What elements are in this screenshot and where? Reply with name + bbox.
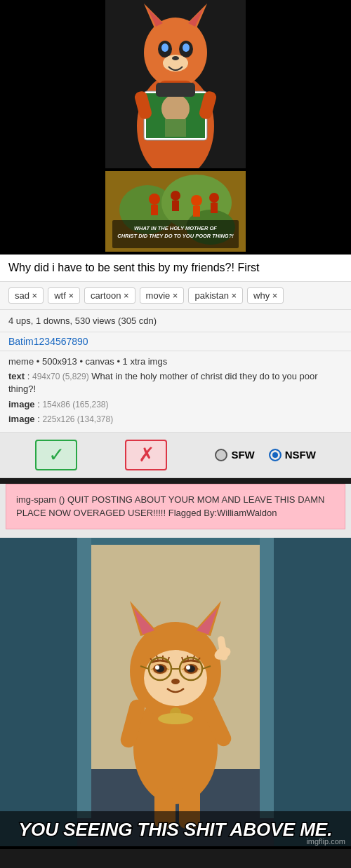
username-row: Batim1234567890 — [0, 332, 351, 351]
svg-rect-44 — [274, 538, 351, 846]
sfw-option[interactable]: SFW — [215, 449, 254, 461]
svg-rect-41 — [77, 538, 91, 818]
svg-rect-29 — [172, 201, 179, 211]
svg-point-26 — [149, 194, 160, 205]
svg-point-58 — [155, 665, 159, 670]
approve-button[interactable]: ✓ — [35, 440, 77, 470]
sfw-radio[interactable] — [215, 449, 227, 461]
stats-row: 4 ups, 1 downs, 530 views (305 cdn) — [0, 310, 351, 332]
svg-point-10 — [183, 43, 190, 52]
tag-pakistan[interactable]: pakistan × — [188, 287, 243, 304]
tags-section: sad × wtf × cartoon × movie × pakistan ×… — [0, 282, 351, 310]
tag-cartoon[interactable]: cartoon × — [84, 287, 135, 304]
reject-button[interactable]: ✗ — [125, 440, 167, 470]
tag-sad[interactable]: sad × — [8, 287, 44, 304]
svg-rect-42 — [260, 538, 274, 818]
svg-point-2 — [144, 18, 207, 88]
username-link[interactable]: Batim1234567890 — [8, 336, 88, 347]
svg-point-30 — [191, 195, 202, 206]
nsfw-option[interactable]: NSFW — [269, 449, 316, 461]
svg-point-68 — [171, 679, 180, 684]
checkmark-icon: ✓ — [48, 443, 65, 466]
bottom-image-section: YOU SEEING THIS SHIT ABOVE ME. imgflip.c… — [0, 538, 351, 849]
fox-artwork — [105, 0, 246, 171]
text-meta-line: text : 494x70 (5,829) What in the holy m… — [8, 370, 343, 395]
svg-point-32 — [209, 193, 219, 203]
svg-point-16 — [161, 95, 190, 123]
svg-point-28 — [171, 191, 180, 201]
image1-meta-line: image : 154x86 (165,238) — [8, 398, 343, 411]
svg-text:YOU SEEING THIS SHIT ABOVE ME.: YOU SEEING THIS SHIT ABOVE ME. — [19, 819, 333, 840]
flag-container: img-spam () QUIT POSTING ABOUT YOUR MOM … — [0, 484, 351, 538]
image2-meta-line: image : 225x126 (134,378) — [8, 413, 343, 426]
svg-text:WHAT IN THE HOLY MOTHER OF: WHAT IN THE HOLY MOTHER OF — [134, 225, 217, 231]
svg-point-12 — [172, 56, 179, 60]
meta-type-line: meme • 500x913 • canvas • 1 xtra imgs — [8, 355, 343, 368]
svg-text:CHRIST DID THEY DO TO YOU POOR: CHRIST DID THEY DO TO YOU POOR THING?! — [117, 233, 234, 239]
x-icon: ✗ — [138, 443, 154, 466]
flag-message: img-spam () QUIT POSTING ABOUT YOUR MOM … — [6, 484, 345, 529]
svg-point-9 — [161, 43, 168, 52]
svg-rect-27 — [151, 205, 158, 215]
svg-point-75 — [158, 713, 193, 724]
nsfw-radio[interactable] — [269, 449, 282, 461]
svg-rect-43 — [0, 538, 77, 846]
tag-movie[interactable]: movie × — [140, 287, 185, 304]
svg-rect-31 — [193, 206, 200, 217]
action-bar: ✓ ✗ SFW NSFW — [0, 433, 351, 478]
rating-radio-group: SFW NSFW — [215, 449, 316, 461]
imgflip-watermark: imgflip.com — [306, 837, 345, 846]
top-images: WHAT IN THE HOLY MOTHER OF CHRIST DID TH… — [0, 0, 351, 255]
second-image: WHAT IN THE HOLY MOTHER OF CHRIST DID TH… — [105, 171, 246, 255]
tag-why[interactable]: why × — [247, 287, 284, 304]
svg-rect-17 — [165, 119, 186, 137]
tag-wtf[interactable]: wtf × — [48, 287, 80, 304]
svg-rect-20 — [156, 83, 195, 97]
post-title: Why did i have to be sent this by my fri… — [0, 255, 351, 282]
meta-section: meme • 500x913 • canvas • 1 xtra imgs te… — [0, 351, 351, 433]
svg-rect-33 — [211, 203, 218, 213]
svg-point-59 — [186, 665, 190, 670]
